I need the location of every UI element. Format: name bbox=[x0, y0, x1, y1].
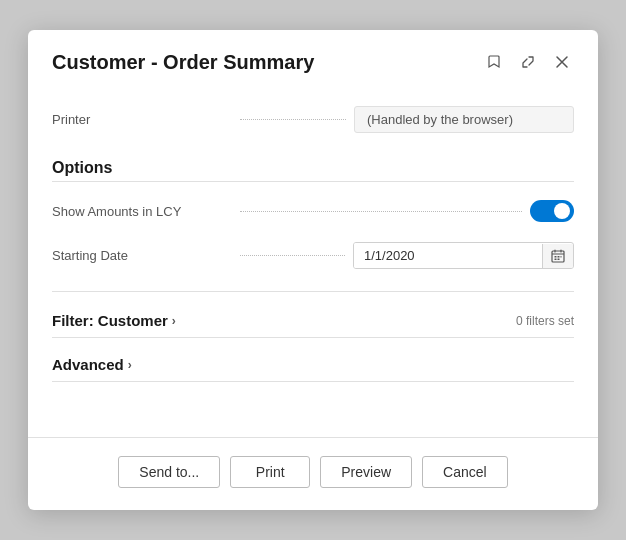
advanced-chevron: › bbox=[128, 358, 132, 372]
svg-rect-4 bbox=[555, 258, 557, 260]
svg-rect-1 bbox=[555, 256, 557, 258]
cancel-button[interactable]: Cancel bbox=[422, 456, 508, 488]
svg-rect-5 bbox=[558, 258, 560, 260]
filter-bottom-divider bbox=[52, 337, 574, 338]
show-amounts-toggle[interactable] bbox=[530, 200, 574, 222]
printer-row: Printer (Handled by the browser) bbox=[52, 96, 574, 143]
starting-date-input[interactable] bbox=[354, 243, 542, 268]
filter-chevron: › bbox=[172, 314, 176, 328]
starting-date-label: Starting Date bbox=[52, 248, 232, 263]
show-amounts-row: Show Amounts in LCY bbox=[52, 190, 574, 232]
advanced-row: Advanced › bbox=[52, 346, 574, 381]
dialog-header: Customer - Order Summary bbox=[28, 30, 598, 88]
advanced-button[interactable]: Advanced › bbox=[52, 356, 132, 373]
close-icon[interactable] bbox=[550, 50, 574, 74]
bookmark-icon[interactable] bbox=[482, 50, 506, 74]
svg-rect-2 bbox=[558, 256, 560, 258]
filter-row: Filter: Customer › 0 filters set bbox=[52, 300, 574, 337]
printer-value: (Handled by the browser) bbox=[354, 106, 574, 133]
advanced-divider bbox=[52, 381, 574, 382]
header-icons bbox=[482, 50, 574, 74]
filter-count: 0 filters set bbox=[516, 314, 574, 328]
send-to-button[interactable]: Send to... bbox=[118, 456, 220, 488]
dialog: Customer - Order Summary Printer bbox=[28, 30, 598, 510]
dialog-footer: Send to... Print Preview Cancel bbox=[28, 437, 598, 510]
preview-button[interactable]: Preview bbox=[320, 456, 412, 488]
show-amounts-dots bbox=[240, 211, 522, 212]
printer-dots bbox=[240, 119, 346, 120]
printer-label: Printer bbox=[52, 112, 232, 127]
options-section-title: Options bbox=[52, 159, 574, 177]
starting-date-dots bbox=[240, 255, 345, 256]
starting-date-value-wrapper bbox=[353, 242, 574, 269]
filter-customer-label: Filter: Customer bbox=[52, 312, 168, 329]
dialog-body: Printer (Handled by the browser) Options… bbox=[28, 88, 598, 433]
show-amounts-label: Show Amounts in LCY bbox=[52, 204, 232, 219]
advanced-label-text: Advanced bbox=[52, 356, 124, 373]
dialog-title: Customer - Order Summary bbox=[52, 51, 314, 74]
date-picker-button[interactable] bbox=[542, 244, 573, 268]
date-input-wrapper bbox=[353, 242, 574, 269]
options-divider bbox=[52, 181, 574, 182]
toggle-track bbox=[530, 200, 574, 222]
print-button[interactable]: Print bbox=[230, 456, 310, 488]
calendar-icon bbox=[551, 249, 565, 263]
expand-icon[interactable] bbox=[516, 50, 540, 74]
starting-date-row: Starting Date bbox=[52, 232, 574, 279]
toggle-wrapper bbox=[530, 200, 574, 222]
toggle-thumb bbox=[554, 203, 570, 219]
printer-value-wrapper: (Handled by the browser) bbox=[354, 106, 574, 133]
svg-rect-3 bbox=[561, 256, 562, 258]
filter-divider bbox=[52, 291, 574, 292]
filter-customer-button[interactable]: Filter: Customer › bbox=[52, 312, 176, 329]
